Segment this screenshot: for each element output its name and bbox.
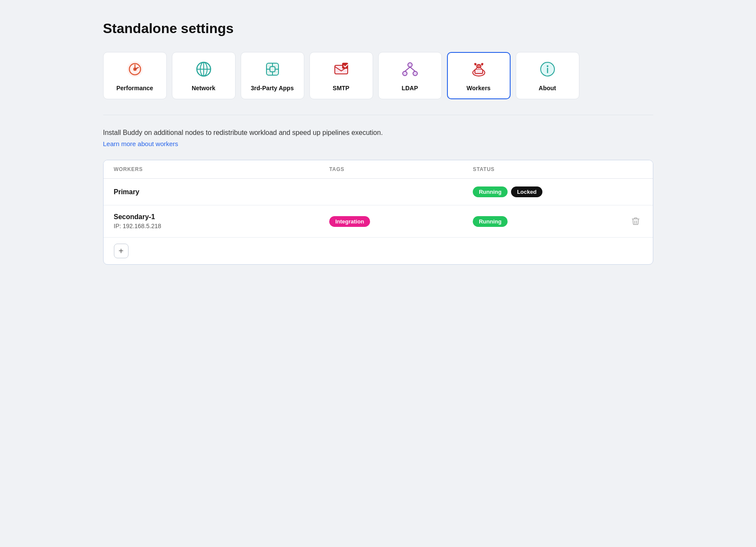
badge-integration: Integration [329,216,370,227]
header-tags: TAGS [329,166,473,172]
performance-icon [125,60,144,81]
add-worker-button[interactable]: + [114,244,129,258]
tab-network-label: Network [192,85,215,92]
tabs-container: Performance Network [103,52,653,99]
worker-name: Primary [114,188,329,196]
badge-running-secondary: Running [473,216,508,227]
header-workers: WORKERS [114,166,329,172]
tab-performance-label: Performance [116,85,153,92]
svg-rect-19 [475,69,483,73]
table-row: Primary Running Locked [104,179,653,205]
tab-workers[interactable]: Workers [447,52,511,99]
worker-name-cell: Primary [114,188,329,196]
tab-third-party-label: 3rd-Party Apps [251,85,294,92]
svg-rect-20 [477,64,481,68]
header-status: STATUS [473,166,616,172]
action-cell-secondary [616,214,642,228]
tags-cell-secondary: Integration [329,216,473,227]
tab-ldap-label: LDAP [401,85,418,92]
tab-smtp-label: SMTP [333,85,349,92]
badge-running-primary: Running [473,186,508,197]
smtp-icon [332,60,351,81]
page-title: Standalone settings [103,21,653,37]
worker-name-secondary: Secondary-1 [114,213,329,221]
trash-icon [632,217,640,226]
table-header: WORKERS TAGS STATUS [104,160,653,179]
learn-more-link[interactable]: Learn more about workers [103,140,178,147]
svg-point-13 [408,63,412,67]
svg-line-16 [405,67,410,71]
description-text: Install Buddy on additional nodes to red… [103,129,653,137]
add-icon: + [119,246,124,256]
status-cell-secondary: Running [473,216,616,227]
workers-icon [469,60,488,81]
tab-smtp[interactable]: SMTP [309,52,373,99]
table-row: Secondary-1 IP: 192.168.5.218 Integratio… [104,205,653,238]
tabs-divider [103,115,653,115]
tab-network[interactable]: Network [172,52,236,99]
workers-table: WORKERS TAGS STATUS Primary Running Lock… [103,160,653,265]
worker-ip-secondary: IP: 192.168.5.218 [114,223,329,229]
svg-line-17 [410,67,415,71]
tab-workers-label: Workers [467,85,491,92]
tab-third-party[interactable]: 3rd-Party Apps [241,52,304,99]
svg-point-23 [547,65,548,67]
status-cell-primary: Running Locked [473,186,616,197]
tab-about[interactable]: About [516,52,579,99]
tab-about-label: About [539,85,556,92]
about-icon [538,60,557,81]
header-actions [616,166,642,172]
page-container: Standalone settings Performance [77,0,679,285]
svg-point-14 [403,71,407,76]
network-icon [194,60,213,81]
svg-rect-12 [342,63,348,69]
badge-locked-primary: Locked [511,186,543,197]
add-row: + [104,238,653,264]
delete-button-secondary[interactable] [629,214,642,228]
third-party-icon [263,60,282,81]
svg-point-15 [413,71,417,76]
ldap-icon [401,60,419,81]
worker-name-cell-secondary: Secondary-1 IP: 192.168.5.218 [114,213,329,229]
tab-performance[interactable]: Performance [103,52,167,99]
tab-ldap[interactable]: LDAP [378,52,442,99]
